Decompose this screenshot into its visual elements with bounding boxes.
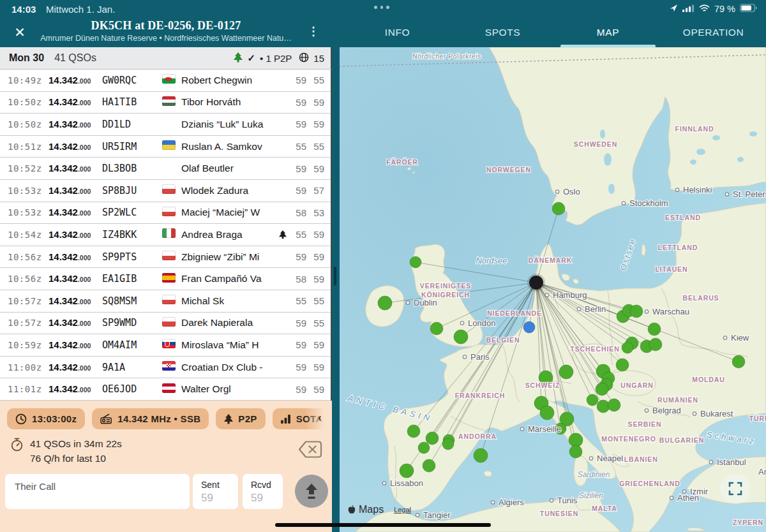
map-label: MOLDAU (692, 376, 725, 383)
kebab-menu-icon[interactable]: ⋮ (306, 24, 320, 41)
rst-rcvd: 59 (306, 362, 324, 373)
divider-handle[interactable] (334, 267, 336, 286)
qso-station-dot[interactable] (648, 323, 661, 336)
qso-row[interactable]: 10:59z 14.342.000 OM4AIM Miroslava “Mia”… (0, 334, 331, 357)
qso-station-dot[interactable] (410, 256, 421, 268)
qso-station-dot[interactable] (400, 464, 414, 478)
home-indicator[interactable] (275, 523, 491, 527)
qso-row[interactable]: 10:52z 14.342.000 DL3BOB Olaf Beutler 59… (0, 158, 331, 180)
qso-station-dot[interactable] (732, 355, 745, 368)
qso-row[interactable]: 10:51z 14.342.000 UR5IRM Ruslan A. Samko… (0, 136, 331, 158)
qso-frequency: 14.342.000 (49, 163, 102, 174)
rst-sent: 59 (289, 163, 306, 174)
map-label: St. Petersb (733, 189, 766, 199)
qso-row[interactable]: 10:56z 14.342.000 SP9PTS Zbigniew “Zibi”… (0, 246, 331, 269)
tree-icon (224, 414, 233, 424)
multitasking-dots-icon[interactable] (374, 6, 389, 9)
chip-14-342-mhz-ssb[interactable]: 14.342 MHz • SSB (92, 408, 209, 429)
qso-station-dot[interactable] (442, 438, 454, 450)
legal-link[interactable]: Legal (394, 506, 411, 514)
qso-station-dot[interactable] (430, 322, 443, 335)
qso-row[interactable]: 10:53z 14.342.000 SP8BJU Wlodek Zadura 5… (0, 180, 331, 202)
qso-callsign: GW0RQC (102, 75, 162, 86)
qso-row[interactable]: 10:54z 14.342.000 IZ4BKK Andrea Braga 55… (0, 224, 331, 246)
qso-frequency: 14.342.000 (49, 339, 102, 351)
chip-13-03-00z[interactable]: 13:03:00z (7, 408, 85, 429)
qso-callsign: IZ4BKK (102, 229, 162, 240)
qso-row[interactable]: 10:57z 14.342.000 SQ8MSM Michal Sk 55 55 (0, 290, 331, 313)
qso-row[interactable]: 10:49z 14.342.000 GW0RQC Robert Chegwin … (0, 70, 331, 92)
qso-station-dot[interactable] (540, 406, 554, 420)
rst-rcvd: 55 (306, 318, 324, 329)
map-label: SCHWEDEN (574, 140, 617, 148)
qso-station-dot[interactable] (616, 358, 629, 371)
qso-row[interactable]: 11:00z 14.342.000 9A1A Croatian Dx Club … (0, 357, 331, 379)
qso-operator-name: Andrea Braga (181, 229, 277, 240)
map-label: MALTA (592, 505, 617, 512)
qso-station-dot[interactable] (622, 342, 633, 353)
qso-time: 11:00z (8, 362, 49, 373)
qso-time: 10:50z (8, 97, 49, 107)
status-bar: 14:03 Mittwoch 1. Jan. 79 % (0, 0, 766, 18)
rcvd-rst-field[interactable]: Rcvd 59 (243, 474, 283, 509)
qso-frequency: 14.342.000 (49, 273, 102, 284)
qso-station-dot[interactable] (474, 448, 488, 462)
qso-time: 10:52z (8, 163, 49, 174)
stats-line1: 41 QSOs in 34m 22s (30, 436, 122, 451)
map-label: Kiew (731, 333, 749, 343)
qso-row[interactable]: 10:56z 14.342.000 EA1GIB Fran Campañó Va… (0, 268, 331, 290)
entry-panel: 13:03:00z 14.342 MHz • SSB P2P SOTA ‹ 41… (0, 401, 332, 532)
activator-station-dot[interactable] (529, 276, 543, 290)
qso-row[interactable]: 10:53z 14.342.000 SP2WLC Maciej “Maciej”… (0, 202, 331, 225)
qso-station-dot[interactable] (569, 445, 582, 458)
tree-icon (234, 52, 243, 64)
qso-station-dot[interactable] (608, 399, 620, 411)
sent-rst-field[interactable]: Sent 59 (193, 474, 238, 509)
log-day-header[interactable]: Mon 30 41 QSOs ✓ • 1 P2P 15 (0, 47, 332, 70)
qso-station-dot[interactable] (423, 459, 435, 472)
qso-station-dot[interactable] (407, 425, 420, 438)
qso-row[interactable]: 10:57z 14.342.000 SP9WMD Darek Napierala… (0, 313, 331, 335)
qso-station-dot[interactable] (649, 338, 662, 351)
map-label: BELGIEN (486, 336, 520, 344)
panel-divider[interactable] (332, 47, 340, 532)
page-title: DK5CH at DE-0256, DE-0127 (32, 19, 300, 33)
qso-row[interactable]: 11:01z 14.342.000 OE6JOD Walter Orgl 59 … (0, 378, 331, 401)
qso-station-dot[interactable] (587, 394, 598, 406)
close-icon[interactable]: ✕ (10, 23, 29, 42)
rst-rcvd: 55 (306, 141, 324, 152)
tab-spots[interactable]: SPOTS (450, 18, 555, 47)
tab-operation[interactable]: OPERATION (661, 18, 766, 47)
map-label: MONTENEGRO (601, 435, 656, 443)
qso-row[interactable]: 10:50z 14.342.000 HA1TIB Tibor Horváth 5… (0, 92, 331, 114)
qso-station-dot[interactable] (596, 383, 608, 395)
backspace-button[interactable] (297, 440, 323, 461)
map-label: Bukarest (700, 409, 733, 418)
qso-frequency: 14.342.000 (49, 251, 102, 263)
chip-sota[interactable]: SOTA (273, 408, 331, 429)
their-call-input[interactable]: Their Call (5, 474, 190, 509)
cellular-signal-icon (682, 3, 695, 14)
qso-map[interactable]: Nördlicher PolarkreisFÄRÖERNORWEGENSCHWE… (340, 47, 766, 532)
qso-station-dot-blue[interactable] (523, 321, 535, 333)
fullscreen-button[interactable] (720, 473, 751, 504)
tab-map[interactable]: MAP (555, 18, 661, 47)
log-qso-button[interactable] (295, 475, 328, 508)
qso-station-dot[interactable] (559, 365, 573, 379)
tab-info[interactable]: INFO (345, 18, 450, 47)
map-label: Nördlicher Polarkreis (412, 52, 481, 60)
map-label: FRANKREICH (455, 392, 505, 399)
nav-bar: ✕ DK5CH at DE-0256, DE-0127 Amrumer Düne… (0, 18, 766, 47)
map-label: GRIECHENLAND (619, 480, 680, 487)
chip-p2p[interactable]: P2P (216, 408, 265, 429)
qso-station-dot[interactable] (418, 442, 430, 454)
qso-station-dot[interactable] (630, 305, 643, 318)
qso-station-dot[interactable] (552, 202, 565, 215)
chevron-left-icon[interactable]: ‹ (318, 411, 322, 424)
p2p-summary: • 1 P2P (260, 53, 292, 64)
qso-station-dot[interactable] (454, 330, 468, 344)
qso-station-dot[interactable] (426, 432, 439, 445)
rst-rcvd: 59 (306, 251, 324, 262)
qso-row[interactable]: 10:50z 14.342.000 DD1LD Dzianis “Luk” Lu… (0, 114, 331, 136)
qso-station-dot[interactable] (378, 296, 392, 310)
